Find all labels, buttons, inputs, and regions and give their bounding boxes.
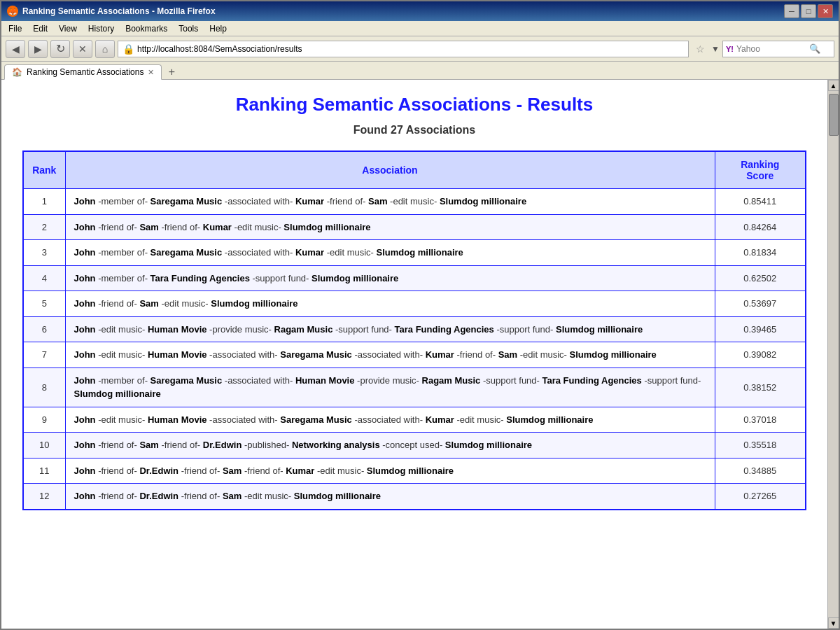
association-cell: John -member of- Saregama Music -associa… bbox=[65, 189, 715, 215]
rank-cell: 9 bbox=[23, 407, 65, 433]
scrollbar-thumb[interactable] bbox=[829, 94, 839, 136]
tab-ranking[interactable]: 🏠 Ranking Semantic Associations ✕ bbox=[4, 64, 162, 80]
association-cell: John -member of- Saregama Music -associa… bbox=[65, 368, 715, 407]
search-icon[interactable]: 🔍 bbox=[809, 43, 820, 54]
table-row: 11John -friend of- Dr.Edwin -friend of- … bbox=[23, 458, 806, 484]
rank-cell: 12 bbox=[23, 484, 65, 510]
subtitle: Found 27 Associations bbox=[22, 124, 806, 136]
score-cell: 0.39082 bbox=[715, 342, 806, 368]
scroll-down-button[interactable]: ▼ bbox=[828, 617, 839, 629]
tabs-bar: 🏠 Ranking Semantic Associations ✕ + bbox=[1, 62, 839, 80]
table-row: 4John -member of- Tara Funding Agencies … bbox=[23, 265, 806, 291]
rank-cell: 7 bbox=[23, 342, 65, 368]
association-cell: John -edit music- Human Movie -associate… bbox=[65, 407, 715, 433]
association-cell: John -friend of- Dr.Edwin -friend of- Sa… bbox=[65, 484, 715, 510]
new-tab-button[interactable]: + bbox=[164, 65, 178, 79]
search-bar: Y! 🔍 bbox=[722, 41, 834, 57]
score-cell: 0.84264 bbox=[715, 214, 806, 240]
menu-help[interactable]: Help bbox=[205, 22, 231, 35]
rank-cell: 5 bbox=[23, 291, 65, 317]
menu-history[interactable]: History bbox=[84, 22, 118, 35]
table-row: 10John -friend of- Sam -friend of- Dr.Ed… bbox=[23, 433, 806, 458]
table-row: 6John -edit music- Human Movie -provide … bbox=[23, 316, 806, 342]
rank-cell: 2 bbox=[23, 214, 65, 240]
scroll-up-button[interactable]: ▲ bbox=[828, 80, 839, 91]
association-cell: John -edit music- Human Movie -provide m… bbox=[65, 316, 715, 342]
association-cell: John -member of- Saregama Music -associa… bbox=[65, 240, 715, 266]
tab-close-icon[interactable]: ✕ bbox=[148, 68, 154, 77]
table-row: 9John -edit music- Human Movie -associat… bbox=[23, 407, 806, 433]
score-cell: 0.27265 bbox=[715, 484, 806, 510]
association-cell: John -friend of- Dr.Edwin -friend of- Sa… bbox=[65, 458, 715, 484]
menu-tools[interactable]: Tools bbox=[174, 22, 202, 35]
association-cell: John -edit music- Human Movie -associate… bbox=[65, 342, 715, 368]
rank-cell: 1 bbox=[23, 189, 65, 215]
table-row: 7John -edit music- Human Movie -associat… bbox=[23, 342, 806, 368]
table-row: 8John -member of- Saregama Music -associ… bbox=[23, 368, 806, 407]
rank-cell: 10 bbox=[23, 433, 65, 458]
header-rank: Rank bbox=[23, 151, 65, 189]
search-input[interactable] bbox=[736, 44, 806, 54]
table-row: 2John -friend of- Sam -friend of- Kumar … bbox=[23, 214, 806, 240]
firefox-icon: 🦊 bbox=[7, 6, 18, 17]
table-row: 1John -member of- Saregama Music -associ… bbox=[23, 189, 806, 215]
association-cell: John -friend of- Sam -friend of- Dr.Edwi… bbox=[65, 433, 715, 458]
rank-cell: 4 bbox=[23, 265, 65, 291]
maximize-button[interactable]: □ bbox=[801, 4, 816, 18]
score-cell: 0.81834 bbox=[715, 240, 806, 266]
header-score: RankingScore bbox=[715, 151, 806, 189]
score-cell: 0.34885 bbox=[715, 458, 806, 484]
title-bar-left: 🦊 Ranking Semantic Associations - Mozill… bbox=[7, 6, 216, 17]
menu-bookmarks[interactable]: Bookmarks bbox=[121, 22, 172, 35]
window-title: Ranking Semantic Associations - Mozilla … bbox=[22, 6, 216, 16]
menu-view[interactable]: View bbox=[55, 22, 81, 35]
forward-button[interactable]: ▶ bbox=[28, 40, 48, 58]
score-cell: 0.53697 bbox=[715, 291, 806, 317]
bookmark-star-icon[interactable]: ☆ bbox=[692, 41, 708, 57]
page-content: Ranking Semantic Associations - Results … bbox=[1, 80, 827, 629]
score-cell: 0.35518 bbox=[715, 433, 806, 458]
association-cell: John -friend of- Sam -edit music- Slumdo… bbox=[65, 291, 715, 317]
rank-cell: 3 bbox=[23, 240, 65, 266]
score-cell: 0.62502 bbox=[715, 265, 806, 291]
home-button[interactable]: ⌂ bbox=[95, 40, 115, 58]
toolbar: ◀ ▶ ↻ ✕ ⌂ 🔒 ☆ ▼ Y! 🔍 bbox=[1, 36, 839, 62]
yahoo-logo: Y! bbox=[726, 45, 734, 53]
minimize-button[interactable]: ─ bbox=[784, 4, 799, 18]
menu-edit[interactable]: Edit bbox=[29, 22, 52, 35]
rank-cell: 6 bbox=[23, 316, 65, 342]
address-bar-box: 🔒 bbox=[118, 41, 689, 57]
title-bar: 🦊 Ranking Semantic Associations - Mozill… bbox=[1, 1, 839, 21]
address-input[interactable] bbox=[137, 44, 684, 54]
rank-cell: 11 bbox=[23, 458, 65, 484]
menu-bar: File Edit View History Bookmarks Tools H… bbox=[1, 21, 839, 36]
association-cell: John -member of- Tara Funding Agencies -… bbox=[65, 265, 715, 291]
browser-window: 🦊 Ranking Semantic Associations - Mozill… bbox=[0, 0, 840, 630]
tab-label: Ranking Semantic Associations bbox=[27, 67, 144, 77]
rss-icon: ▼ bbox=[711, 44, 720, 54]
tab-favicon: 🏠 bbox=[12, 67, 22, 77]
menu-file[interactable]: File bbox=[4, 22, 26, 35]
page-title: Ranking Semantic Associations - Results bbox=[22, 94, 806, 115]
title-bar-buttons: ─ □ ✕ bbox=[784, 4, 833, 18]
stop-button[interactable]: ✕ bbox=[73, 40, 92, 58]
close-button[interactable]: ✕ bbox=[818, 4, 833, 18]
header-association: Association bbox=[65, 151, 715, 189]
score-cell: 0.39465 bbox=[715, 316, 806, 342]
association-cell: John -friend of- Sam -friend of- Kumar -… bbox=[65, 214, 715, 240]
results-table: Rank Association RankingScore 1John -mem… bbox=[22, 150, 806, 510]
scrollbar[interactable]: ▲ ▼ bbox=[827, 80, 839, 629]
score-cell: 0.37018 bbox=[715, 407, 806, 433]
table-row: 12John -friend of- Dr.Edwin -friend of- … bbox=[23, 484, 806, 510]
table-row: 5John -friend of- Sam -edit music- Slumd… bbox=[23, 291, 806, 317]
table-row: 3John -member of- Saregama Music -associ… bbox=[23, 240, 806, 266]
address-bar-container: 🔒 ☆ ▼ bbox=[118, 41, 720, 57]
reload-button[interactable]: ↻ bbox=[50, 40, 70, 58]
rank-cell: 8 bbox=[23, 368, 65, 407]
back-button[interactable]: ◀ bbox=[6, 40, 25, 58]
score-cell: 0.38152 bbox=[715, 368, 806, 407]
score-cell: 0.85411 bbox=[715, 189, 806, 215]
